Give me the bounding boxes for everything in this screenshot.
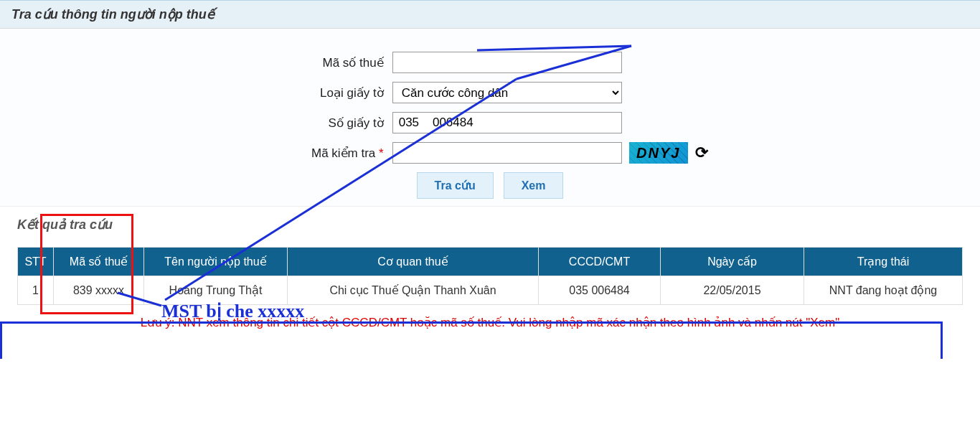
page-title: Tra cứu thông tin người nộp thuế [11, 6, 969, 22]
captcha-image: DNYJ [629, 142, 688, 164]
cell-date: 22/05/2015 [661, 276, 804, 305]
results-table: STT Mã số thuế Tên người nộp thuế Cơ qua… [17, 247, 963, 305]
col-name: Tên người nộp thuế [144, 248, 288, 276]
refresh-captcha-icon[interactable]: ⟳ [695, 144, 708, 162]
col-cccd: CCCD/CMT [539, 248, 661, 276]
page-title-bar: Tra cứu thông tin người nộp thuế [0, 0, 980, 29]
cell-stt: 1 [18, 276, 54, 305]
col-stt: STT [18, 248, 54, 276]
col-date: Ngày cấp [661, 248, 804, 276]
table-row: 1 839 xxxxx Hoàng Trung Thật Chi cục Thu… [18, 276, 963, 305]
cell-name: Hoàng Trung Thật [144, 276, 288, 305]
required-star: * [379, 146, 384, 160]
select-doc-type[interactable]: Căn cước công dân [392, 82, 622, 103]
table-header-row: STT Mã số thuế Tên người nộp thuế Cơ qua… [18, 248, 963, 276]
search-form: Mã số thuế Loại giấy tờ Căn cước công dâ… [0, 29, 980, 207]
col-mst: Mã số thuế [54, 248, 144, 276]
notice-text: Lưu ý: NNT xem thông tin chi tiết cột CC… [17, 305, 963, 337]
cell-mst: 839 xxxxx [54, 276, 144, 305]
cell-office: Chi cục Thuế Quận Thanh Xuân [288, 276, 539, 305]
label-mst: Mã số thuế [14, 55, 392, 70]
col-status: Trạng thái [804, 248, 963, 276]
results-title: Kết quả tra cứu [17, 217, 963, 233]
cell-cccd: 035 006484 [539, 276, 661, 305]
input-mst[interactable] [392, 52, 622, 73]
col-office: Cơ quan thuế [288, 248, 539, 276]
label-captcha: Mã kiểm tra * [14, 146, 392, 161]
input-doc-number[interactable] [392, 112, 622, 133]
input-captcha[interactable] [392, 142, 622, 164]
label-doc-number: Số giấy tờ [14, 116, 392, 131]
cell-status: NNT đang hoạt động [804, 276, 963, 305]
search-button[interactable]: Tra cứu [417, 172, 494, 199]
results-area: Kết quả tra cứu STT Mã số thuế Tên người… [0, 207, 980, 359]
label-doc-type: Loại giấy tờ [14, 85, 392, 100]
view-button[interactable]: Xem [504, 172, 564, 199]
